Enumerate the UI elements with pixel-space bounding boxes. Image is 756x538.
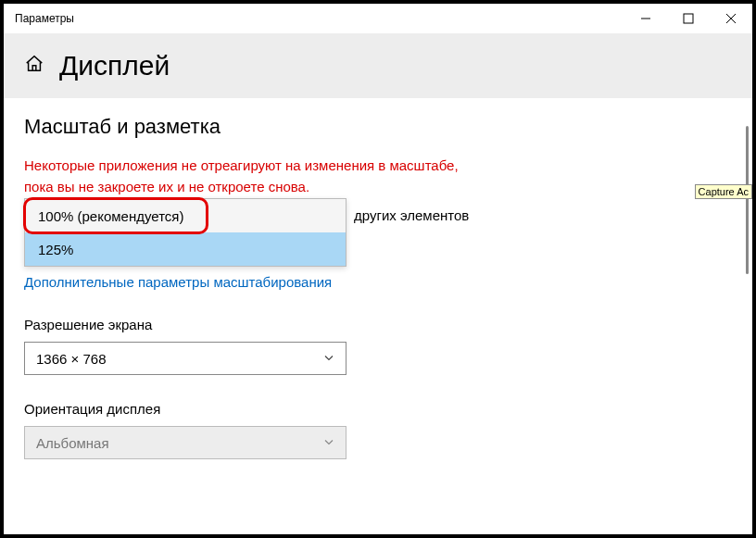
scale-dropdown-area: других элементов 100% (рекомендуется) 12… (24, 198, 732, 269)
resolution-label: Разрешение экрана (24, 317, 732, 332)
chevron-down-icon (323, 351, 334, 367)
orientation-label: Ориентация дисплея (24, 401, 732, 417)
header-bar: Дисплей (4, 33, 752, 98)
scale-label-fragment: других элементов (354, 207, 469, 223)
capture-tooltip: Capture Ac (695, 184, 752, 199)
maximize-button[interactable] (667, 4, 710, 33)
section-heading: Масштаб и разметка (24, 115, 732, 139)
orientation-value: Альбомная (36, 435, 109, 451)
scale-option-100[interactable]: 100% (рекомендуется) (25, 199, 346, 232)
minimize-button[interactable] (624, 4, 667, 33)
page-title: Дисплей (59, 50, 170, 81)
warning-line2: пока вы не закроете их и не откроете сно… (24, 177, 732, 196)
advanced-scaling-link[interactable]: Дополнительные параметры масштабирования (24, 274, 332, 290)
titlebar: Параметры (4, 4, 752, 33)
content-area: Масштаб и разметка Некоторые приложения … (4, 98, 752, 459)
svg-rect-1 (684, 14, 693, 23)
close-button[interactable] (710, 4, 752, 33)
scale-option-125[interactable]: 125% (25, 232, 346, 266)
window-title: Параметры (15, 12, 624, 25)
orientation-select[interactable]: Альбомная (24, 426, 346, 459)
scrollbar-thumb[interactable] (746, 126, 749, 274)
warning-line1: Некоторые приложения не отреагируют на и… (24, 156, 732, 175)
window-controls (624, 4, 752, 33)
chevron-down-icon (323, 435, 334, 451)
scrollbar[interactable] (741, 102, 749, 531)
home-icon[interactable] (24, 54, 44, 78)
resolution-select[interactable]: 1366 × 768 (24, 342, 346, 375)
scale-dropdown-open[interactable]: 100% (рекомендуется) 125% (24, 198, 346, 267)
resolution-value: 1366 × 768 (36, 351, 107, 367)
